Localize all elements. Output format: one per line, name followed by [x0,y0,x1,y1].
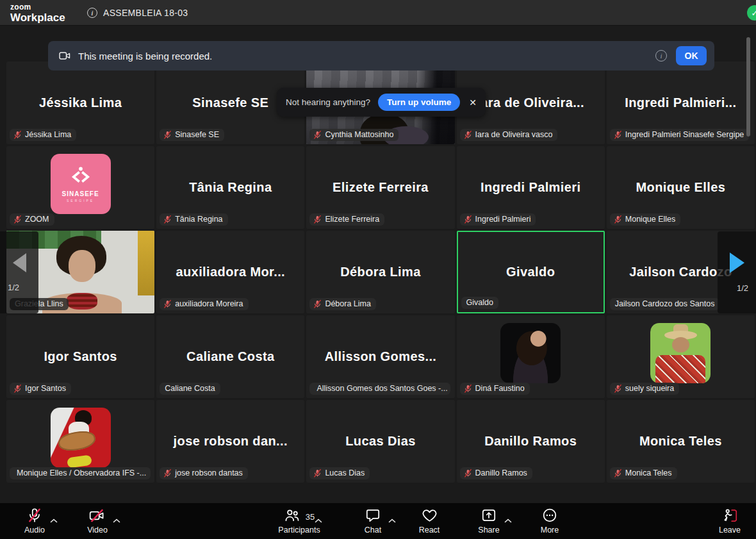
participant-name-label: ZOOM [10,213,54,226]
participant-tile[interactable]: Danillo RamosDanillo Ramos [457,400,605,483]
participant-name-label: Lucas Dias [309,467,370,479]
meeting-info-icon[interactable]: i [87,8,97,18]
logo-line1: zoom [10,3,65,11]
chat-button[interactable]: Chat [347,503,399,539]
participant-label-text: Diná Faustino [475,384,525,393]
previous-page-button[interactable]: 1/2 [0,231,38,313]
meeting-info[interactable]: i ASSEMBLEIA 18-03 [87,0,188,26]
participant-label-text: Caliane Costa [165,384,215,393]
participant-tile[interactable]: Monique EllesMonique Elles [607,146,755,229]
profile-photo [51,408,111,468]
chevron-up-icon[interactable] [315,518,322,523]
participant-tile[interactable]: Lucas DiasLucas Dias [306,400,454,483]
participant-tile[interactable]: Ingredi PalmieriIngredi Palmieri [457,146,605,229]
chat-icon [365,507,381,526]
participant-tile[interactable]: Jéssika LimaJéssika Lima [6,62,154,144]
participant-tile[interactable]: Elizete FerreiraElizete Ferreira [306,146,454,229]
participant-tile[interactable]: SINASEFESERGIPEZOOM [6,146,154,229]
participant-label-text: Igor Santos [25,384,66,393]
share-icon [481,507,497,526]
toolbar-item-label: Chat [347,526,399,535]
participant-label-text: auxiliadora Moreira [175,299,243,308]
participant-tile[interactable]: GivaldoGivaldo [457,231,605,313]
mic-off-icon [614,215,622,224]
participants-count: 35 [306,512,315,522]
participant-name-label: Tânia Regina [160,213,227,226]
mic-off-icon [464,385,472,393]
meeting-title: ASSEMBLEIA 18-03 [103,8,188,18]
chevron-up-icon[interactable] [388,518,396,523]
participant-name-label: Allisson Gomes dos Santos Goes -... [309,383,450,395]
participant-tile[interactable]: auxiliadora Mor...auxiliadora Moreira [156,231,304,313]
mic-off-icon [614,469,622,477]
sinasefe-subtext: SERGIPE [67,199,94,203]
security-shield-icon[interactable]: ✓ [747,5,756,21]
mic-off-icon [464,131,472,139]
zoom-workplace-logo: zoom Workplace [10,3,65,23]
more-button[interactable]: More [524,503,575,539]
participant-name-label: Jailson Cardozo dos Santos [610,298,720,310]
page-indicator-left: 1/2 [0,283,19,292]
participant-name-label: Monique Elles [610,213,681,226]
share-button[interactable]: Share [463,503,514,539]
heart-icon [421,507,438,526]
toolbar-item-label: Share [463,526,514,535]
audio-button[interactable]: Audio [9,503,60,539]
participant-label-text: Tânia Regina [175,215,222,224]
sinasefe-glyph-icon [69,166,92,188]
mic-off-icon [313,215,322,224]
mic-off-icon [13,215,22,224]
participant-tile[interactable]: Débora LimaDébora Lima [306,231,454,313]
toolbar-item-label: Leave [704,526,755,535]
participant-tile[interactable]: Monique Elles / Observadora IFS -... [6,400,154,483]
chevron-up-icon[interactable] [113,518,120,523]
mic-off-icon [13,131,22,139]
participant-label-text: Débora Lima [325,299,371,308]
turn-up-volume-button[interactable]: Turn up volume [378,94,460,111]
participant-label-text: Monique Elles / Observadora IFS -... [17,469,146,477]
recording-ok-button[interactable]: OK [676,46,707,65]
recording-info-icon[interactable]: i [655,50,667,62]
participant-name-label: Iara de Oliveira vasco [460,129,558,141]
toolbar-item-label: Participants [261,526,338,535]
profile-photo [650,323,711,383]
video-off-icon [88,507,106,526]
participant-name-label: Caliane Costa [160,383,220,395]
arrow-right-icon [730,253,744,273]
participant-label-text: Monica Teles [625,469,672,477]
participant-label-text: Lucas Dias [325,469,365,477]
participant-label-text: Allisson Gomes dos Santos Goes -... [316,384,447,393]
participant-tile[interactable]: Tânia ReginaTânia Regina [156,146,304,229]
toolbar-item-label: React [404,526,455,535]
video-button[interactable]: Video [72,503,123,539]
participant-tile[interactable]: Allisson Gomes...Allisson Gomes dos Sant… [306,315,454,398]
chevron-up-icon[interactable] [50,518,58,523]
participants-button[interactable]: 35Participants [261,503,338,539]
participant-label-text: Cynthia Mattosinho [325,130,393,139]
next-page-button[interactable]: 1/2 [718,231,756,313]
participant-label-text: jose robson dantas [175,469,243,477]
participant-label-text: Sinasefe SE [175,130,219,139]
participant-name-label: Jéssika Lima [10,129,76,141]
participant-tile[interactable]: Monica TelesMonica Teles [607,400,755,483]
leave-button[interactable]: Leave [704,503,755,539]
participant-tile[interactable]: jose robson dan...jose robson dantas [156,400,304,483]
participant-name-label: Cynthia Mattosinho [309,129,399,141]
participant-name-label: suely siqueira [610,383,679,395]
participant-tile[interactable]: Caliane CostaCaliane Costa [156,315,304,398]
react-button[interactable]: React [404,503,455,539]
participant-tile[interactable]: Igor SantosIgor Santos [6,315,154,398]
participant-tile[interactable]: suely siqueira [607,315,755,398]
toast-close-icon[interactable]: ✕ [469,97,477,108]
volume-toast: Not hearing anything? Turn up volume ✕ [277,88,486,117]
participant-name-label: Débora Lima [309,298,376,310]
recording-banner-text: This meeting is being recorded. [78,51,655,62]
mic-off-icon [26,507,43,526]
participant-tile[interactable]: Ingredi Palmieri...Ingredi Palmieri Sina… [607,62,755,144]
mic-off-icon [614,131,622,139]
participant-tile[interactable]: Diná Faustino [457,315,605,398]
mic-off-icon [163,215,172,224]
recording-banner: This meeting is being recorded. i OK [48,41,714,70]
chevron-up-icon[interactable] [504,518,512,523]
scrollbar-thumb[interactable] [746,37,750,137]
